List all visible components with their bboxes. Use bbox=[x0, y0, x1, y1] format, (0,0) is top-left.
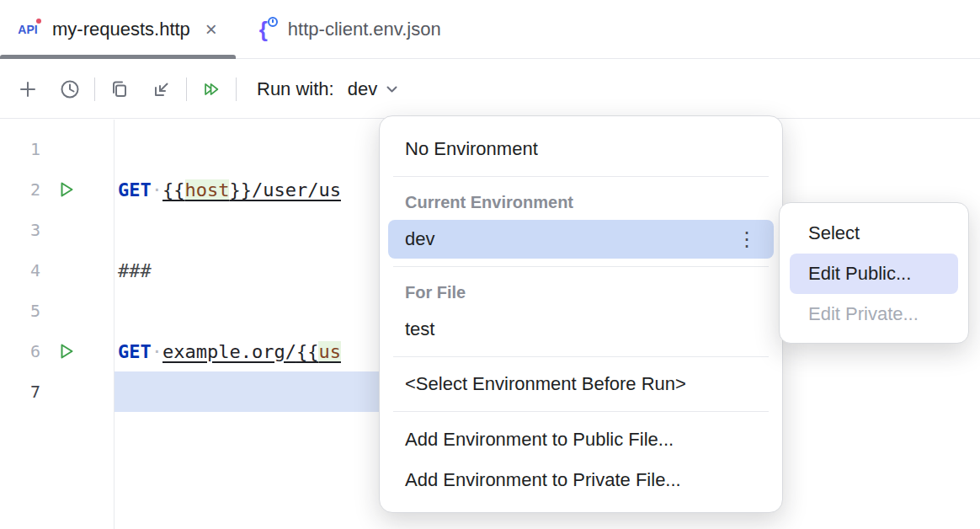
line-number: 6 bbox=[0, 341, 40, 361]
menu-item-env-test[interactable]: test bbox=[380, 310, 782, 349]
submenu-item-edit-public[interactable]: Edit Public... bbox=[790, 254, 958, 294]
submenu-item-select[interactable]: Select bbox=[780, 213, 968, 254]
code-line: ### bbox=[118, 260, 152, 281]
url-host: example.org/ bbox=[162, 341, 296, 362]
environment-context-submenu: Select Edit Public... Edit Private... bbox=[779, 202, 969, 344]
tab-label-my-requests: my-requests.http bbox=[52, 19, 190, 40]
http-method: GET bbox=[118, 179, 152, 200]
editor-tab-bar: API my-requests.http × { http-client.env… bbox=[0, 0, 980, 59]
menu-item-add-env-private[interactable]: Add Environment to Private File... bbox=[380, 460, 782, 500]
section-header-current-environment: Current Environment bbox=[380, 184, 782, 220]
url-path: /user/us bbox=[252, 179, 341, 200]
toolbar-separator bbox=[186, 77, 187, 101]
toolbar-separator bbox=[94, 77, 95, 101]
brace: }} bbox=[229, 179, 252, 200]
import-curl-button[interactable] bbox=[151, 78, 173, 100]
line-number: 1 bbox=[0, 139, 40, 159]
http-file-icon: API bbox=[13, 17, 42, 42]
http-client-toolbar: Run with: dev bbox=[0, 60, 980, 119]
run-all-requests-button[interactable] bbox=[200, 78, 222, 100]
tab-http-client-env-json[interactable]: { http-client.env.json bbox=[236, 0, 460, 58]
menu-item-env-dev[interactable]: dev ⋮ bbox=[388, 220, 774, 259]
run-icon bbox=[55, 340, 77, 362]
kebab-menu-icon[interactable]: ⋮ bbox=[737, 229, 757, 249]
line-number: 2 bbox=[0, 179, 40, 200]
env-dev-label: dev bbox=[405, 228, 434, 250]
environment-popup: No Environment Current Environment dev ⋮… bbox=[379, 115, 783, 513]
request-url: example.org/{{us bbox=[162, 341, 341, 362]
code-line: GET·example.org/{{us bbox=[118, 341, 341, 362]
divider bbox=[393, 176, 769, 177]
clock-icon bbox=[59, 78, 81, 100]
divider bbox=[393, 356, 769, 357]
code-line: GET·{{host}}/user/us bbox=[118, 179, 341, 200]
whitespace-dot: · bbox=[152, 179, 162, 200]
json-env-file-icon: { bbox=[249, 17, 278, 42]
history-button[interactable] bbox=[59, 78, 81, 100]
menu-item-no-environment[interactable]: No Environment bbox=[380, 130, 782, 168]
env-variable: us bbox=[318, 341, 341, 362]
line-number: 4 bbox=[0, 260, 40, 281]
request-separator: ### bbox=[118, 260, 152, 281]
tab-my-requests-http[interactable]: API my-requests.http × bbox=[0, 0, 236, 58]
env-variable: host bbox=[185, 179, 230, 200]
run-all-icon bbox=[200, 78, 222, 100]
close-tab-icon[interactable]: × bbox=[205, 19, 217, 40]
section-header-for-file: For File bbox=[380, 275, 782, 310]
copy-icon bbox=[109, 78, 130, 100]
divider bbox=[393, 266, 769, 267]
chevron-down-icon bbox=[386, 85, 398, 94]
import-icon bbox=[151, 78, 173, 100]
toolbar-separator bbox=[236, 77, 237, 101]
request-url: {{host}}/user/us bbox=[162, 179, 341, 200]
brace: {{ bbox=[162, 179, 185, 200]
run-icon bbox=[55, 179, 77, 200]
run-request-button[interactable] bbox=[54, 339, 77, 363]
json-env-file-icon-brace: { bbox=[259, 19, 268, 40]
active-tab-underline bbox=[0, 55, 236, 59]
plus-icon bbox=[17, 78, 39, 100]
whitespace-dot: · bbox=[152, 341, 162, 362]
run-with-label: Run with: bbox=[257, 78, 334, 100]
run-with-env-selector[interactable]: dev bbox=[348, 78, 398, 100]
selected-environment-value: dev bbox=[348, 78, 377, 100]
http-method: GET bbox=[118, 341, 152, 362]
run-request-button[interactable] bbox=[54, 178, 77, 201]
line-number: 3 bbox=[0, 220, 40, 240]
divider bbox=[393, 411, 769, 412]
line-number: 5 bbox=[0, 301, 40, 321]
http-file-icon-text: API bbox=[18, 23, 37, 36]
menu-item-select-before-run[interactable]: <Select Environment Before Run> bbox=[380, 365, 782, 403]
tab-label-http-client-env: http-client.env.json bbox=[288, 19, 441, 40]
brace: {{ bbox=[296, 341, 319, 362]
http-file-icon-dot bbox=[36, 19, 41, 24]
copy-button[interactable] bbox=[109, 78, 130, 100]
submenu-item-edit-private: Edit Private... bbox=[780, 294, 968, 334]
env-clock-badge-icon bbox=[268, 17, 278, 27]
menu-item-add-env-public[interactable]: Add Environment to Public File... bbox=[380, 419, 782, 460]
line-number: 7 bbox=[0, 382, 40, 402]
add-request-button[interactable] bbox=[17, 78, 39, 100]
